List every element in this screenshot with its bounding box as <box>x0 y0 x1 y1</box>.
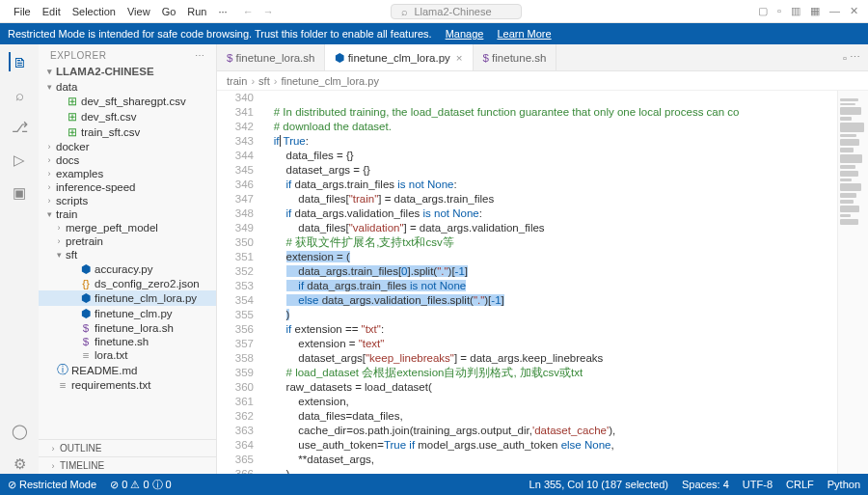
minimap[interactable] <box>837 91 868 474</box>
run-debug-icon[interactable]: ▷ <box>10 151 29 170</box>
close-icon[interactable]: × <box>456 52 463 64</box>
account-icon[interactable]: ◯ <box>10 422 29 441</box>
tab-finetune_lora.sh[interactable]: $ finetune_lora.sh <box>217 44 325 70</box>
line-345[interactable]: dataset_args = {} <box>261 163 837 178</box>
line-356[interactable]: if extension == "txt": <box>261 322 837 337</box>
restricted-mode-status[interactable]: ⊘ Restricted Mode <box>8 479 96 491</box>
breadcrumb[interactable]: train›sft›finetune_clm_lora.py <box>217 71 868 91</box>
file-dev_sft.csv[interactable]: ⊞dev_sft.csv <box>39 109 216 124</box>
language-status[interactable]: Python <box>827 479 860 490</box>
folder-inference-speed[interactable]: ›inference-speed <box>39 180 216 194</box>
indentation-status[interactable]: Spaces: 4 <box>682 479 729 490</box>
file-README.md[interactable]: ⓘREADME.md <box>39 362 216 378</box>
file-finetune_lora.sh[interactable]: $finetune_lora.sh <box>39 321 216 335</box>
file-lora.txt[interactable]: ≡lora.txt <box>39 348 216 362</box>
menu-view[interactable]: View <box>122 6 156 17</box>
breadcrumb-item[interactable]: finetune_clm_lora.py <box>281 75 379 87</box>
file-accuracy.py[interactable]: ⬢accuracy.py <box>39 261 216 277</box>
cursor-position[interactable]: Ln 355, Col 10 (187 selected) <box>529 479 668 490</box>
folder-docs[interactable]: ›docs <box>39 153 216 167</box>
line-342[interactable]: # download the dataset. <box>261 120 837 134</box>
breadcrumb-item[interactable]: train <box>227 75 247 87</box>
code-area[interactable]: 3403413423433443453463473483493503513523… <box>217 91 868 474</box>
file-finetune_clm_lora.py[interactable]: ⬢finetune_clm_lora.py <box>39 290 216 306</box>
folder-pretrain[interactable]: ›pretrain <box>39 234 216 248</box>
line-355[interactable]: ) <box>261 308 837 322</box>
layout-icon[interactable]: ▢ <box>756 3 770 19</box>
nav-back-icon[interactable]: ← <box>243 6 254 17</box>
source-control-icon[interactable]: ⎇ <box>10 118 29 137</box>
nav-forward-icon[interactable]: → <box>263 6 274 17</box>
line-347[interactable]: data_files["train"] = data_args.train_fi… <box>261 192 837 206</box>
explorer-icon[interactable]: 🗎 <box>9 52 28 71</box>
line-344[interactable]: data_files = {} <box>261 149 837 163</box>
line-341[interactable]: # In distributed training, the load_data… <box>261 105 837 120</box>
line-349[interactable]: data_files["validation"] = data_args.val… <box>261 221 837 235</box>
line-359[interactable]: # load_dataset 会根据extension自动判别格式, 加载csv… <box>261 366 837 380</box>
file-finetune_clm.py[interactable]: ⬢finetune_clm.py <box>39 306 216 321</box>
file-ds_config_zero2.json[interactable]: {}ds_config_zero2.json <box>39 277 216 290</box>
explorer-root[interactable]: ▾ LLAMA2-CHINESE <box>39 65 216 78</box>
folder-sft[interactable]: ▾sft <box>39 248 216 261</box>
command-center[interactable]: ⌕ Llama2-Chinese <box>391 4 521 19</box>
search-icon[interactable]: ⌕ <box>10 85 29 104</box>
folder-train[interactable]: ▾train <box>39 207 216 221</box>
sidebar-toggle-icon[interactable]: ▥ <box>789 3 802 19</box>
layout-customize-icon[interactable]: ▦ <box>808 3 822 19</box>
tab-finetune_clm_lora.py[interactable]: ⬢ finetune_clm_lora.py× <box>325 44 473 70</box>
menu-run[interactable]: Run <box>181 6 212 17</box>
line-365[interactable]: **dataset_args, <box>261 453 837 467</box>
line-366[interactable]: ) <box>261 467 837 474</box>
line-340[interactable] <box>261 91 837 105</box>
breadcrumb-item[interactable]: sft <box>258 75 270 87</box>
menu-go[interactable]: Go <box>156 6 182 17</box>
line-363[interactable]: cache_dir=os.path.join(training_args.out… <box>261 424 837 438</box>
line-351[interactable]: extension = ( <box>261 250 837 264</box>
file-finetune.sh[interactable]: $finetune.sh <box>39 335 216 348</box>
split-editor-icon[interactable]: ▫ <box>843 52 847 64</box>
tab-finetune.sh[interactable]: $ finetune.sh <box>474 44 557 70</box>
file-requirements.txt[interactable]: ≡requirements.txt <box>39 378 216 392</box>
timeline-section[interactable]: ›TIMELINE <box>39 456 216 474</box>
line-360[interactable]: raw_datasets = load_dataset( <box>261 380 837 395</box>
code-lines[interactable]: # In distributed training, the load_data… <box>261 91 837 474</box>
folder-data[interactable]: ▾data <box>39 80 216 94</box>
line-354[interactable]: else data_args.validation_files.split(".… <box>261 293 837 308</box>
manage-link[interactable]: Manage <box>446 28 484 40</box>
sidebar-more-icon[interactable]: ⋯ <box>195 50 205 61</box>
learn-more-link[interactable]: Learn More <box>497 28 551 40</box>
menu-more[interactable]: ··· <box>213 6 233 17</box>
extensions-icon[interactable]: ▣ <box>10 183 29 203</box>
problems-status[interactable]: ⊘ 0 ⚠ 0 ⓘ 0 <box>110 478 172 492</box>
folder-examples[interactable]: ›examples <box>39 167 216 180</box>
outline-section[interactable]: ›OUTLINE <box>39 439 216 456</box>
line-364[interactable]: use_auth_token=True if model_args.use_au… <box>261 438 837 453</box>
line-357[interactable]: extension = "text" <box>261 337 837 351</box>
encoding-status[interactable]: UTF-8 <box>743 479 773 490</box>
file-train_sft.csv[interactable]: ⊞train_sft.csv <box>39 124 216 140</box>
file-dev_sft_sharegpt.csv[interactable]: ⊞dev_sft_sharegpt.csv <box>39 94 216 109</box>
folder-docker[interactable]: ›docker <box>39 140 216 153</box>
line-346[interactable]: if data_args.train_files is not None: <box>261 178 837 192</box>
menu-edit[interactable]: Edit <box>37 6 67 17</box>
folder-merge_peft_model[interactable]: ›merge_peft_model <box>39 221 216 234</box>
menu-file[interactable]: File <box>8 6 37 17</box>
file-icon: ≡ <box>56 379 69 391</box>
more-icon[interactable]: ⋯ <box>850 51 860 64</box>
menu-selection[interactable]: Selection <box>67 6 122 17</box>
line-352[interactable]: data_args.train_files[0].split(".")[-1] <box>261 264 837 279</box>
close-icon[interactable]: ✕ <box>848 3 860 19</box>
more-icon[interactable]: — <box>827 3 842 19</box>
line-358[interactable]: dataset_args["keep_linebreaks"] = data_a… <box>261 351 837 366</box>
line-362[interactable]: data_files=data_files, <box>261 409 837 424</box>
folder-scripts[interactable]: ›scripts <box>39 194 216 207</box>
eol-status[interactable]: CRLF <box>786 479 814 490</box>
line-343[interactable]: if True: <box>261 134 837 149</box>
chevron-right-icon: › <box>52 223 66 233</box>
line-350[interactable]: # 获取文件扩展名,支持txt和csv等 <box>261 235 837 250</box>
line-348[interactable]: if data_args.validation_files is not Non… <box>261 206 837 221</box>
line-361[interactable]: extension, <box>261 395 837 409</box>
settings-icon[interactable]: ⚙ <box>10 454 29 474</box>
panel-icon[interactable]: ▫ <box>775 3 783 19</box>
line-353[interactable]: if data_args.train_files is not None <box>261 279 837 293</box>
